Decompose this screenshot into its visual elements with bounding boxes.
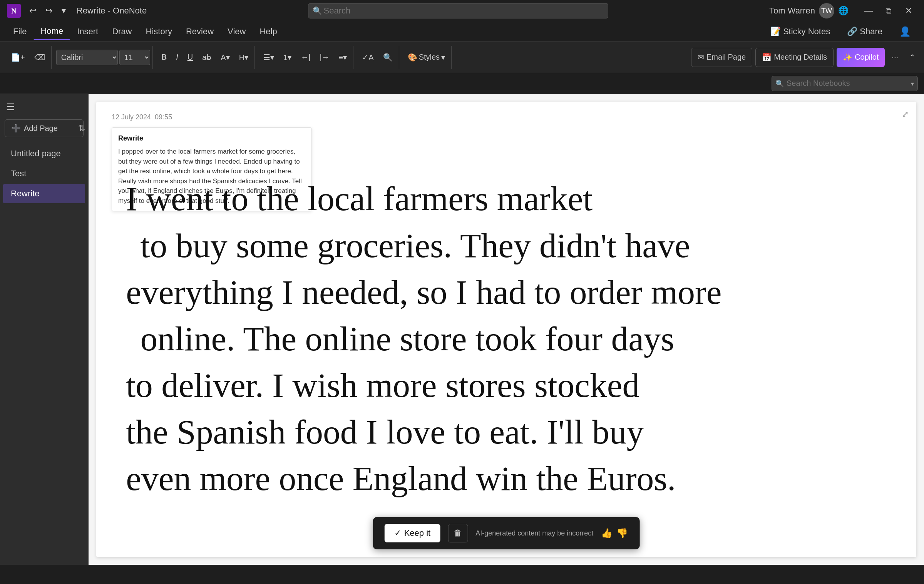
search-input[interactable] [308, 3, 608, 18]
add-page-label: Add Page [24, 124, 58, 133]
search-content-button[interactable]: 🔍 [379, 48, 397, 67]
meeting-details-label: Meeting Details [774, 53, 827, 62]
italic-button[interactable]: I [172, 48, 182, 67]
sidebar-item-untitled-label: Untitled page [11, 149, 61, 158]
bold-button[interactable]: B [157, 48, 171, 67]
copilot-label: Copilot [855, 53, 879, 62]
bottom-action-bar: ✓ Keep it 🗑 AI-generated content may be … [373, 517, 640, 549]
size-selector[interactable]: 11 [119, 50, 150, 65]
menu-insert[interactable]: Insert [70, 23, 105, 40]
underline-button[interactable]: U [184, 48, 197, 67]
page-list: Untitled page Test Rewrite [0, 143, 88, 204]
page-group: 📄+ ⌫ [5, 46, 52, 69]
tools-group: ✓A 🔍 [356, 46, 399, 69]
expand-button[interactable]: ⤢ [902, 109, 909, 119]
handwritten-line-7: even more once England win the Euros. [126, 459, 676, 497]
title-bar: N ↩ ↪ ▾ Rewrite - OneNote 🔍 Tom Warren T… [0, 0, 924, 22]
redo-button[interactable]: ↪ [42, 4, 55, 17]
handwritten-line-1: I went to the local farmers market [126, 179, 593, 218]
close-button[interactable]: ✕ [899, 3, 918, 18]
new-page-button[interactable]: 📄+ [7, 48, 29, 67]
handwritten-line-3: everything I needed, so I had to order m… [126, 273, 721, 311]
bullet-list-button[interactable]: ☰▾ [259, 48, 278, 67]
notebooks-search-icon: 🔍 [775, 79, 784, 88]
sidebar-item-test[interactable]: Test [3, 164, 85, 183]
feedback-buttons: 👍 👎 [601, 528, 628, 539]
title-dropdown-button[interactable]: ▾ [59, 4, 69, 17]
handwriting-svg: .hw { fill: none; stroke: #111; stroke-w… [112, 171, 901, 565]
email-icon: ✉ [698, 53, 704, 62]
notebooks-search-bar: 🔍 ▾ [0, 73, 924, 94]
app-title: Rewrite - OneNote [77, 6, 147, 16]
sidebar-item-rewrite[interactable]: Rewrite [3, 184, 85, 203]
thumbs-up-button[interactable]: 👍 [601, 528, 613, 539]
add-page-button[interactable]: ➕ Add Page [5, 119, 84, 137]
menu-review[interactable]: Review [179, 23, 221, 40]
globe-button[interactable]: 🌐 [838, 6, 849, 16]
check-icon: ✓ [394, 528, 401, 538]
styles-icon: 🎨 [408, 53, 417, 62]
menu-history[interactable]: History [139, 23, 179, 40]
menu-draw[interactable]: Draw [105, 23, 139, 40]
add-icon: ➕ [11, 124, 21, 133]
user-name: Tom Warren [769, 6, 815, 16]
calendar-icon: 📅 [762, 53, 772, 62]
svg-text:N: N [12, 7, 17, 15]
share-button[interactable]: 🔗 Share [840, 22, 889, 41]
window-controls: — ⧉ ✕ [859, 3, 918, 18]
menu-bar: File Home Insert Draw History Review Vie… [0, 22, 924, 42]
menu-view[interactable]: View [221, 23, 253, 40]
font-color-button[interactable]: A▾ [217, 48, 233, 67]
handwritten-line-6: the Spanish food I love to eat. I'll buy [126, 413, 644, 451]
list-group: ☰▾ 1▾ ←| |→ ≡▾ [257, 46, 353, 69]
app-logo: N [6, 3, 22, 18]
content-area: ⤢ 12 July 2024 09:55 Rewrite I popped ov… [89, 94, 924, 565]
check-spelling-button[interactable]: ✓A [358, 48, 377, 67]
undo-button[interactable]: ↩ [26, 4, 39, 17]
sidebar-item-untitled[interactable]: Untitled page [3, 144, 85, 163]
copilot-icon: ✨ [843, 53, 852, 62]
title-nav-buttons: ↩ ↪ ▾ [26, 4, 69, 17]
email-page-button[interactable]: ✉ Email Page [691, 48, 752, 67]
sidebar-hamburger-button[interactable]: ☰ [3, 99, 18, 115]
handwritten-line-5: to deliver. I wish more stores stocked [126, 366, 639, 404]
highlight-button[interactable]: H▾ [235, 48, 252, 67]
sort-button[interactable]: ⇅ [78, 123, 85, 133]
meeting-details-button[interactable]: 📅 Meeting Details [755, 48, 834, 67]
decrease-indent-button[interactable]: ←| [297, 48, 314, 67]
new-page-icon: 📄+ [11, 53, 25, 62]
keep-it-label: Keep it [404, 528, 431, 538]
restore-button[interactable]: ⧉ [879, 3, 898, 18]
font-selector[interactable]: Calibri [56, 50, 118, 65]
menu-help[interactable]: Help [253, 23, 284, 40]
avatar[interactable]: TW [819, 3, 834, 18]
align-button[interactable]: ≡▾ [335, 48, 351, 67]
collapse-ribbon-button[interactable]: ⌃ [905, 48, 919, 67]
copilot-button[interactable]: ✨ Copilot [837, 48, 885, 67]
eraser-button[interactable]: ⌫ [30, 48, 49, 67]
notebooks-search-input[interactable] [772, 76, 918, 91]
thumbs-down-button[interactable]: 👎 [616, 528, 628, 539]
styles-button[interactable]: 🎨 Styles▾ [404, 48, 449, 67]
user-section: Tom Warren TW 🌐 [769, 3, 849, 18]
email-page-label: Email Page [706, 53, 746, 62]
sidebar-item-rewrite-label: Rewrite [11, 189, 40, 198]
ai-disclaimer: AI-generated content may be incorrect [475, 529, 593, 537]
minimize-button[interactable]: — [859, 3, 878, 18]
strikethrough-button[interactable]: ab̶ [198, 48, 215, 67]
handwritten-line-4: online. The online store took four days [141, 320, 675, 358]
menu-file[interactable]: File [6, 23, 33, 40]
rewrite-title: Rewrite [118, 133, 305, 144]
sidebar-item-test-label: Test [11, 169, 26, 178]
menu-home[interactable]: Home [33, 23, 70, 40]
keep-it-button[interactable]: ✓ Keep it [385, 524, 440, 542]
trash-button[interactable]: 🗑 [448, 524, 468, 542]
handwritten-line-2: to buy some groceries. They didn't have [141, 226, 690, 264]
font-group: Calibri 11 [54, 46, 153, 69]
numbered-list-button[interactable]: 1▾ [280, 48, 295, 67]
search-bar: 🔍 [151, 3, 765, 18]
person-button[interactable]: 👤 [892, 23, 918, 40]
sticky-notes-button[interactable]: 📝 Sticky Notes [763, 22, 837, 41]
increase-indent-button[interactable]: |→ [316, 48, 333, 67]
more-button[interactable]: ··· [888, 48, 902, 67]
